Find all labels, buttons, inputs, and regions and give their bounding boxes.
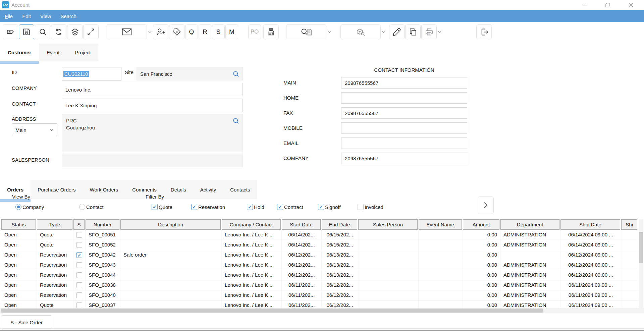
table-row[interactable]: OpenReservationSFO_00040Lenovo Inc. / Le… bbox=[1, 290, 638, 300]
print-dropdown[interactable] bbox=[437, 31, 442, 33]
column-header-shi[interactable]: Shi bbox=[621, 219, 637, 230]
vertical-scrollbar-thumb[interactable] bbox=[639, 232, 643, 263]
detail-tab-details[interactable]: Details bbox=[164, 180, 193, 199]
cell-ship_more bbox=[621, 240, 638, 250]
table-row[interactable]: OpenReservationSFO_00042Sale orderLenovo… bbox=[1, 250, 638, 260]
menu-item-edit[interactable]: Edit bbox=[17, 13, 36, 19]
contact-input-email[interactable] bbox=[341, 137, 467, 149]
contact-input[interactable]: Lee K Xinping bbox=[62, 99, 243, 112]
contact-input-home[interactable] bbox=[341, 92, 467, 104]
column-header-number[interactable]: Number bbox=[86, 219, 119, 230]
row-checkbox[interactable] bbox=[76, 282, 82, 288]
filter-signoff[interactable]: Signoff bbox=[318, 204, 340, 210]
expand-button[interactable] bbox=[83, 24, 99, 39]
row-checkbox[interactable] bbox=[76, 302, 82, 308]
contact-input-fax[interactable]: 209876555567 bbox=[341, 107, 467, 119]
menu-item-view[interactable]: View bbox=[36, 13, 56, 19]
purchase-order-button[interactable]: PO bbox=[248, 24, 261, 39]
detail-tab-contacts[interactable]: Contacts bbox=[223, 180, 257, 199]
find-button[interactable] bbox=[35, 24, 50, 39]
column-header-start-date[interactable]: Start Date bbox=[282, 219, 321, 230]
batch-button[interactable] bbox=[67, 24, 83, 39]
add-contact-button[interactable] bbox=[153, 24, 168, 39]
vertical-scrollbar[interactable] bbox=[639, 219, 643, 308]
tab-project[interactable]: Project bbox=[67, 44, 98, 61]
row-checkbox[interactable] bbox=[76, 292, 82, 298]
chevron-down-icon bbox=[50, 128, 54, 131]
salesperson-field[interactable] bbox=[62, 154, 243, 167]
sale-order-button[interactable]: S bbox=[212, 24, 225, 39]
column-header-company-contact[interactable]: Company / Contact bbox=[222, 219, 281, 230]
table-row[interactable]: OpenQuoteSFO_00052Lenovo Inc. / Lee K ..… bbox=[1, 240, 638, 250]
row-checkbox[interactable] bbox=[76, 262, 82, 268]
column-header-department[interactable]: Department bbox=[500, 219, 559, 230]
email-button[interactable] bbox=[107, 24, 147, 39]
horizontal-scrollbar-thumb[interactable] bbox=[1, 309, 543, 313]
site-field[interactable]: San Francisco bbox=[137, 67, 243, 80]
row-checkbox[interactable] bbox=[76, 272, 82, 278]
column-header-s[interactable]: S bbox=[73, 219, 85, 230]
filter-hold[interactable]: Hold bbox=[247, 204, 264, 210]
site-value: San Francisco bbox=[140, 71, 172, 77]
filter-reservation[interactable]: Reservation bbox=[191, 204, 225, 210]
filter-contract[interactable]: Contract bbox=[277, 204, 303, 210]
refresh-button[interactable] bbox=[51, 24, 66, 39]
address-lookup-icon[interactable] bbox=[232, 117, 240, 125]
email-dropdown[interactable] bbox=[148, 31, 152, 33]
print-button[interactable]: E bbox=[421, 24, 437, 39]
column-header-status[interactable]: Status bbox=[1, 219, 36, 230]
filter-quote[interactable]: Quote bbox=[152, 204, 172, 210]
menu-item-file[interactable]: File bbox=[5, 13, 17, 19]
tab-label: Project bbox=[75, 50, 91, 55]
duplicate-button[interactable] bbox=[405, 24, 421, 39]
find-document-dropdown[interactable] bbox=[327, 31, 332, 33]
column-header-event-name[interactable]: Event Name bbox=[419, 219, 462, 230]
edit-button[interactable] bbox=[389, 24, 405, 39]
expand-orders-button[interactable] bbox=[478, 197, 494, 214]
delete-record-button[interactable] bbox=[3, 24, 18, 39]
column-header-ship-date[interactable]: Ship Date bbox=[560, 219, 620, 230]
table-row[interactable]: OpenReservationSFO_00038Lenovo Inc. / Le… bbox=[1, 280, 638, 290]
address-type-select[interactable]: Main bbox=[12, 123, 57, 136]
address-area[interactable]: PRC Gouangzhou bbox=[62, 114, 243, 152]
column-header-end-date[interactable]: End Date bbox=[322, 219, 357, 230]
detail-tab-purchase-orders[interactable]: Purchase Orders bbox=[31, 180, 83, 199]
site-lookup-icon[interactable] bbox=[232, 70, 240, 78]
quote-button[interactable]: Q bbox=[185, 24, 198, 39]
row-checkbox[interactable] bbox=[76, 232, 82, 238]
horizontal-scrollbar[interactable] bbox=[0, 308, 644, 313]
table-row[interactable]: OpenQuoteSFO_00051Lenovo Inc. / Lee K ..… bbox=[1, 230, 638, 240]
discount-button[interactable] bbox=[169, 24, 184, 39]
company-input[interactable]: Lenovo Inc. bbox=[62, 83, 243, 96]
table-row[interactable]: OpenReservationSFO_00044Lenovo Inc. / Le… bbox=[1, 270, 638, 280]
maintenance-button[interactable]: M bbox=[225, 24, 238, 39]
contact-input-mobile[interactable] bbox=[341, 122, 467, 134]
column-header-amount[interactable]: Amount bbox=[463, 219, 499, 230]
column-header-description[interactable]: Description bbox=[120, 219, 221, 230]
restore-button[interactable] bbox=[600, 0, 615, 10]
id-input[interactable]: CU302110 bbox=[62, 67, 121, 80]
tab-customer[interactable]: Customer bbox=[0, 44, 39, 61]
orders-table: StatusTypeSNumberDescriptionCompany / Co… bbox=[1, 219, 638, 311]
filter-invoiced[interactable]: Invoiced bbox=[358, 204, 383, 210]
minimize-button[interactable] bbox=[577, 0, 592, 10]
find-product-button[interactable] bbox=[340, 24, 381, 39]
table-row[interactable]: OpenReservationSFO_00043Lenovo Inc. / Le… bbox=[1, 260, 638, 270]
exit-button[interactable] bbox=[476, 24, 492, 39]
reservation-button[interactable]: R bbox=[199, 24, 211, 39]
close-button[interactable] bbox=[624, 0, 639, 10]
detail-tab-activity[interactable]: Activity bbox=[193, 180, 223, 199]
menu-item-search[interactable]: Search bbox=[56, 13, 81, 19]
contact-input-company[interactable]: 209876555567 bbox=[341, 153, 467, 164]
row-checkbox[interactable] bbox=[76, 252, 82, 258]
contact-input-main[interactable]: 209876555567 bbox=[341, 77, 467, 89]
find-document-button[interactable] bbox=[286, 24, 326, 39]
detail-tab-work-orders[interactable]: Work Orders bbox=[83, 180, 125, 199]
save-button[interactable] bbox=[19, 24, 34, 39]
column-header-sales-person[interactable]: Sales Person bbox=[358, 219, 418, 230]
point-of-sale-button[interactable] bbox=[263, 24, 279, 39]
find-product-dropdown[interactable] bbox=[381, 31, 386, 33]
column-header-type[interactable]: Type bbox=[37, 219, 72, 230]
row-checkbox[interactable] bbox=[76, 242, 82, 248]
tab-event[interactable]: Event bbox=[39, 44, 67, 61]
